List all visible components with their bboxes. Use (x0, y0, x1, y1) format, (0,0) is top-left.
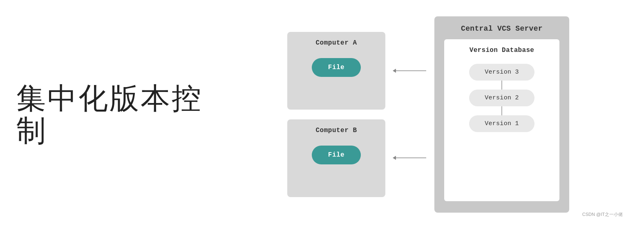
version-2-pill: Version 2 (469, 90, 534, 106)
version-connector-3-2 (501, 81, 502, 90)
version-db-box: Version Database Version 3 Version 2 Ver… (444, 39, 559, 201)
version-db-title: Version Database (470, 47, 534, 54)
computers-column: Computer A File Computer B File (287, 32, 385, 197)
svg-marker-3 (393, 156, 396, 160)
version-1-pill: Version 1 (469, 115, 534, 132)
watermark: CSDN @IT之一小佬 (582, 211, 623, 218)
computer-a-file: File (312, 58, 361, 77)
connectors-area (385, 32, 434, 197)
computer-a-box: Computer A File (287, 32, 385, 110)
versions-list: Version 3 Version 2 Version 1 (452, 64, 551, 132)
computer-a-label: Computer A (315, 39, 357, 47)
version-connector-2-1 (501, 106, 502, 115)
computer-b-box: Computer B File (287, 119, 385, 197)
computer-b-label: Computer B (315, 127, 357, 134)
page-container: 集中化版本控制 Computer A File Computer B File (0, 0, 644, 229)
arrows-svg (385, 32, 434, 197)
computer-b-file: File (312, 146, 361, 164)
main-title: 集中化版本控制 (16, 82, 229, 147)
svg-marker-1 (393, 69, 396, 73)
left-section: 集中化版本控制 (16, 8, 229, 221)
vcs-server: Central VCS Server Version Database Vers… (434, 16, 569, 213)
version-3-pill: Version 3 (469, 64, 534, 81)
vcs-server-title: Central VCS Server (444, 25, 559, 33)
diagram-section: Computer A File Computer B File (229, 8, 628, 221)
